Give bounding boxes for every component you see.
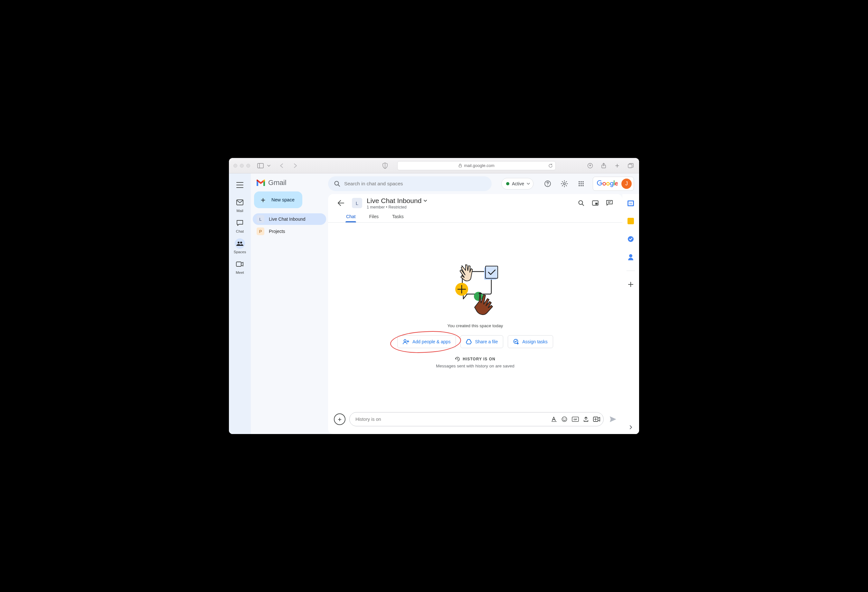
new-space-button[interactable]: ＋ New space (254, 191, 302, 208)
lock-icon (459, 163, 462, 168)
svg-rect-10 (236, 262, 241, 267)
support-icon[interactable] (541, 177, 554, 190)
addon-get-addons[interactable] (624, 278, 637, 291)
downloads-icon[interactable] (586, 162, 594, 169)
svg-text:31: 31 (629, 202, 632, 205)
back-icon[interactable] (278, 162, 286, 169)
side-addons-panel: 31 (622, 194, 639, 434)
avatar[interactable]: J (621, 178, 632, 189)
svg-point-22 (579, 185, 580, 186)
assign-tasks-button[interactable]: Assign tasks (508, 335, 553, 348)
space-title-dropdown[interactable]: Live Chat Inbound (367, 197, 427, 205)
settings-icon[interactable] (558, 177, 571, 190)
svg-point-18 (582, 181, 584, 183)
new-tab-icon[interactable] (613, 162, 621, 169)
sidebar-dropdown-icon[interactable] (265, 162, 273, 169)
svg-point-9 (240, 242, 242, 244)
composer-input[interactable] (356, 417, 551, 422)
add-people-button[interactable]: Add people & apps (397, 335, 456, 348)
tab-chat[interactable]: Chat (345, 212, 357, 222)
created-text: You created this space today (447, 323, 503, 328)
rail-item-mail[interactable]: Mail (231, 195, 249, 215)
space-title: Live Chat Inbound (367, 197, 421, 205)
sidebar-toggle-icon[interactable] (257, 162, 264, 169)
chat-icon (236, 220, 244, 226)
forward-icon[interactable] (291, 162, 299, 169)
privacy-shield-icon[interactable] (381, 162, 389, 169)
gmail-app: Mail Chat Spaces Meet (229, 174, 639, 434)
space-item-projects[interactable]: P Projects (253, 225, 326, 237)
svg-point-39 (562, 417, 567, 422)
traffic-lights[interactable] (233, 164, 250, 168)
history-icon (455, 356, 460, 362)
format-icon[interactable] (551, 416, 557, 422)
svg-point-36 (404, 339, 406, 342)
composer-attach-button[interactable]: ＋ (334, 414, 345, 425)
rail-item-meet[interactable]: Meet (231, 257, 249, 276)
share-file-button[interactable]: Share a file (461, 335, 503, 348)
main-menu-icon[interactable] (233, 178, 247, 192)
space-item-live-chat-inbound[interactable]: L Live Chat Inbound (253, 213, 326, 225)
apps-grid-icon[interactable] (575, 177, 588, 190)
panel-thread-icon[interactable] (603, 197, 616, 209)
addon-tasks[interactable] (624, 233, 637, 246)
gif-icon[interactable]: GIF (572, 416, 579, 422)
svg-point-49 (629, 254, 632, 258)
main-column: Active (328, 174, 639, 434)
svg-rect-28 (595, 203, 598, 205)
mac-window: mail.google.com (229, 158, 639, 434)
send-icon[interactable] (610, 416, 617, 423)
svg-point-15 (564, 183, 565, 185)
topbar: Active (328, 174, 639, 194)
tab-files[interactable]: Files (368, 212, 380, 222)
reload-icon[interactable] (548, 163, 553, 168)
gmail-logo[interactable]: Gmail (253, 177, 326, 191)
rail-item-spaces[interactable]: Spaces (231, 237, 249, 256)
space-header-badge: L (352, 198, 362, 208)
share-icon[interactable] (600, 162, 608, 169)
status-dot-icon (506, 182, 509, 185)
svg-point-23 (580, 185, 582, 186)
svg-point-8 (238, 242, 239, 244)
plus-icon: ＋ (259, 196, 267, 204)
url-bar[interactable]: mail.google.com (397, 161, 556, 170)
zoom-window-dot[interactable] (246, 164, 250, 168)
safari-toolbar: mail.google.com (229, 158, 639, 174)
svg-rect-6 (628, 164, 632, 168)
space-panel: L Live Chat Inbound 1 member • Restricte… (328, 194, 622, 434)
nav-rail: Mail Chat Spaces Meet (229, 174, 251, 434)
addon-keep[interactable] (624, 215, 637, 227)
close-window-dot[interactable] (233, 164, 237, 168)
svg-point-19 (579, 183, 580, 184)
new-space-label: New space (272, 197, 295, 202)
person-add-icon (403, 339, 409, 344)
addon-contacts[interactable] (624, 250, 637, 264)
svg-line-12 (338, 185, 340, 187)
search-field[interactable] (344, 181, 486, 187)
search-input[interactable] (328, 176, 492, 191)
status-chip[interactable]: Active (501, 178, 533, 190)
spaces-icon (236, 241, 244, 246)
emoji-icon[interactable] (561, 416, 567, 422)
addon-calendar[interactable]: 31 (624, 197, 637, 209)
svg-point-40 (564, 418, 564, 419)
upload-icon[interactable] (583, 416, 589, 422)
search-icon (334, 181, 340, 187)
tabs-overview-icon[interactable] (627, 162, 635, 169)
chevron-down-icon (424, 199, 427, 203)
composer-box[interactable]: GIF (349, 412, 604, 426)
tab-tasks[interactable]: Tasks (391, 212, 405, 222)
svg-point-20 (580, 183, 582, 184)
rail-item-chat[interactable]: Chat (231, 216, 249, 235)
video-meet-icon[interactable] (593, 416, 600, 422)
panel-search-icon[interactable] (575, 197, 588, 209)
action-row: Add people & apps Share a file Assign ta (397, 335, 553, 348)
panel-pip-icon[interactable] (589, 197, 602, 209)
account-switcher[interactable]: J (593, 177, 634, 191)
svg-point-21 (582, 183, 584, 184)
chevron-down-icon (527, 182, 530, 185)
svg-point-41 (565, 418, 566, 419)
collapse-side-panel-icon[interactable] (629, 425, 633, 430)
back-arrow-icon[interactable] (335, 197, 347, 209)
minimize-window-dot[interactable] (240, 164, 244, 168)
